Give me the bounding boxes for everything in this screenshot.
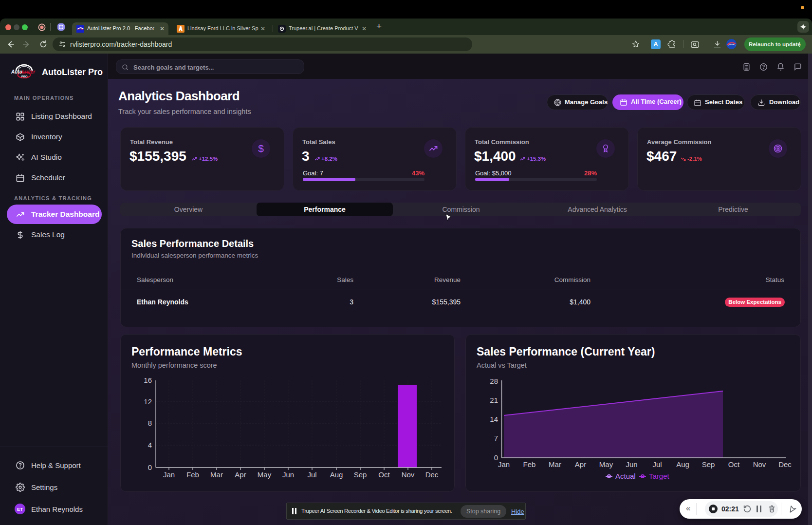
svg-text:May: May xyxy=(258,470,272,479)
svg-text:28: 28 xyxy=(490,377,498,385)
svg-text:Jun: Jun xyxy=(282,470,294,479)
svg-text:Feb: Feb xyxy=(186,470,199,479)
svg-text:Aug: Aug xyxy=(330,470,343,479)
svg-text:Jan: Jan xyxy=(498,460,510,469)
svg-text:Jun: Jun xyxy=(626,460,637,469)
svg-text:Aug: Aug xyxy=(676,460,689,469)
svg-text:Lister: Lister xyxy=(22,69,36,75)
svg-text:Apr: Apr xyxy=(235,470,246,479)
svg-text:14: 14 xyxy=(490,415,498,423)
svg-text:Sep: Sep xyxy=(354,470,367,479)
svg-text:21: 21 xyxy=(490,396,498,404)
svg-text:Oct: Oct xyxy=(728,460,740,469)
svg-text:Dec: Dec xyxy=(425,470,439,479)
svg-text:Jan: Jan xyxy=(163,470,175,479)
svg-text:Mar: Mar xyxy=(210,470,223,479)
svg-text:Nov: Nov xyxy=(753,460,766,469)
svg-text:Auto: Auto xyxy=(11,69,22,75)
svg-text:16: 16 xyxy=(144,377,152,384)
svg-text:PRO: PRO xyxy=(21,75,28,78)
svg-text:0: 0 xyxy=(148,463,152,471)
svg-text:Mar: Mar xyxy=(549,460,561,469)
svg-text:8: 8 xyxy=(148,419,152,427)
svg-text:May: May xyxy=(599,460,613,469)
svg-text:7: 7 xyxy=(494,434,498,442)
svg-text:Oct: Oct xyxy=(378,470,390,479)
svg-text:Dec: Dec xyxy=(778,460,792,469)
svg-text:4: 4 xyxy=(148,441,152,449)
svg-text:Jul: Jul xyxy=(652,460,662,469)
svg-text:Target: Target xyxy=(649,472,670,480)
svg-text:Sep: Sep xyxy=(702,460,715,469)
svg-text:12: 12 xyxy=(144,397,152,406)
svg-text:Actual: Actual xyxy=(615,472,636,480)
svg-text:Nov: Nov xyxy=(402,470,415,479)
svg-text:Feb: Feb xyxy=(523,460,536,469)
svg-text:Apr: Apr xyxy=(575,460,586,469)
svg-text:Jul: Jul xyxy=(307,470,316,479)
svg-text:0: 0 xyxy=(494,453,498,462)
